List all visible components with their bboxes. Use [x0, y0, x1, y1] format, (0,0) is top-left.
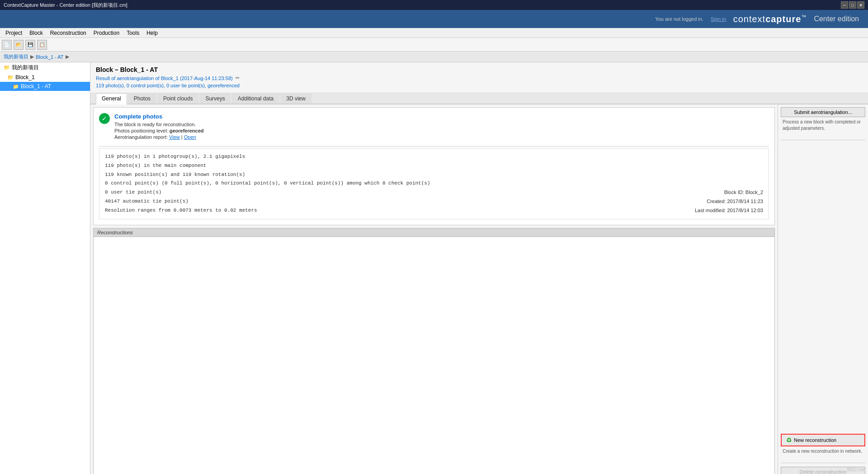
sidebar-block1-at-label: Block_1 - AT [21, 83, 51, 90]
toolbar-save-button[interactable]: 💾 [25, 40, 35, 50]
breadcrumb-block[interactable]: Block_1 - AT [36, 54, 64, 60]
sidebar-project-label: 我的新项目 [12, 64, 39, 71]
login-link[interactable]: Sign in [711, 16, 726, 22]
submit-at-section: Submit aerotriangulation... Process a ne… [781, 107, 865, 133]
status-text: Complete photos The block is ready for r… [114, 113, 204, 141]
block-subtitle: Result of aerotriangulation of Block_1 (… [96, 75, 863, 81]
created-label: Created: [707, 199, 726, 204]
new-recon-label: New reconstruction [794, 437, 836, 443]
breadcrumb-bar: 我的新项目 ▶ Block_1 - AT ▶ [0, 52, 868, 62]
new-recon-button[interactable]: ♻ New reconstruction [782, 435, 864, 446]
block-id: Block ID: Block_2 [695, 188, 763, 197]
block-id-value: Block_2 [745, 190, 763, 195]
divider3 [781, 463, 865, 463]
spacer [781, 144, 865, 432]
submit-at-description: Process a new block with completed or ad… [781, 118, 865, 133]
main-panel: ✓ Complete photos The block is ready for… [90, 104, 868, 474]
brand-part1: context [733, 14, 765, 24]
brand-tm: ™ [801, 14, 807, 19]
sidebar-item-block1-at[interactable]: 📁 Block_1 - AT [0, 82, 90, 91]
block-title: Block – Block_1 - AT [96, 66, 863, 73]
tab-3d-view[interactable]: 3D view [280, 93, 311, 104]
edit-icon[interactable]: ✏ [236, 75, 240, 81]
block1-icon: 📁 [7, 75, 14, 81]
stat-line4: 0 control point(s) (0 full point(s), 0 h… [105, 179, 763, 188]
submit-at-button[interactable]: Submit aerotriangulation... [781, 107, 865, 117]
last-modified-label: Last modified: [695, 208, 726, 213]
tab-point-clouds[interactable]: Point clouds [157, 93, 198, 104]
menu-bar: Project Block Reconstruction Production … [0, 28, 868, 38]
recycle-icon: ♻ [786, 436, 792, 444]
sidebar-block1-label: Block_1 [15, 74, 35, 81]
breadcrumb-home[interactable]: 我的新项目 [4, 53, 28, 60]
tabs-bar: General Photos Point clouds Surveys Addi… [90, 93, 868, 104]
minimize-button[interactable]: ─ [841, 1, 848, 9]
toolbar-extra-button[interactable]: 📋 [37, 40, 47, 50]
brand-part2: capture [765, 14, 801, 24]
complete-check-icon: ✓ [99, 113, 110, 124]
status-section: ✓ Complete photos The block is ready for… [99, 113, 769, 144]
close-button[interactable]: ✕ [857, 1, 864, 9]
reconstructions-header: Reconstructions [93, 228, 775, 237]
breadcrumb-sep2: ▶ [66, 54, 69, 60]
menu-block[interactable]: Block [26, 29, 46, 37]
tab-general[interactable]: General [96, 93, 127, 104]
edition-label: Center edition [814, 15, 859, 23]
sep: | [180, 134, 184, 140]
open-link[interactable]: Open [184, 134, 196, 140]
tab-additional-data[interactable]: Additional data [232, 93, 279, 104]
toolbar-open-button[interactable]: 📂 [14, 40, 24, 50]
stat-line6: 40147 automatic tie point(s) [105, 197, 763, 206]
tab-surveys[interactable]: Surveys [199, 93, 231, 104]
maximize-button[interactable]: □ [849, 1, 856, 9]
menu-reconstruction[interactable]: Reconstruction [47, 29, 90, 37]
sidebar-item-block1[interactable]: 📁 Block_1 [0, 73, 90, 82]
stat-line2: 119 photo(s) in the main component [105, 161, 763, 171]
status-line3: Aerotriangulation report: View | Open [114, 134, 204, 140]
login-notice: You are not logged in. [655, 16, 703, 22]
breadcrumb-sep1: ▶ [30, 54, 34, 60]
brand-name: contextcapture™ [733, 14, 807, 24]
brand-bar: You are not logged in. Sign in contextca… [0, 10, 868, 28]
stat-line1: 119 photo(s) in 1 photogroup(s), 2.1 gig… [105, 152, 763, 161]
stat-line5: 0 user tie point(s) [105, 188, 763, 197]
stat-line7: Resolution ranges from 0.0073 meters to … [105, 206, 763, 215]
block1-at-icon: 📁 [13, 84, 19, 90]
menu-project[interactable]: Project [2, 29, 26, 37]
content-area: Block – Block_1 - AT Result of aerotrian… [90, 62, 868, 474]
view-link[interactable]: View [169, 134, 180, 140]
status-title: Complete photos [114, 113, 204, 120]
stat-line3: 119 known position(s) and 119 known rota… [105, 171, 763, 180]
title-bar: ContextCapture Master - Center edition [… [0, 0, 868, 10]
status-stats-box: ✓ Complete photos The block is ready for… [93, 107, 775, 225]
block-id-label: Block ID: [724, 190, 744, 195]
stats-box: 119 photo(s) in 1 photogroup(s), 2.1 gig… [99, 148, 769, 219]
divider1 [99, 146, 769, 147]
divider2 [781, 140, 865, 140]
main-layout: 📁 我的新项目 📁 Block_1 📁 Block_1 - AT Block –… [0, 62, 868, 474]
at-report-prefix: Aerotriangulation report: [114, 134, 169, 140]
created-value: 2017/8/14 11:23 [727, 199, 763, 204]
menu-tools[interactable]: Tools [123, 29, 143, 37]
toolbar-new-button[interactable]: 📄 [2, 40, 12, 50]
sidebar-item-project[interactable]: 📁 我的新项目 [0, 62, 90, 73]
menu-production[interactable]: Production [90, 29, 123, 37]
toolbar: 📄 📂 💾 📋 [0, 38, 868, 52]
window-title: ContextCapture Master - Center edition [… [4, 2, 127, 9]
tab-photos[interactable]: Photos [128, 93, 156, 104]
right-sidebar: Submit aerotriangulation... Process a ne… [778, 104, 868, 474]
status-line2: Photos positioning level: georeferenced [114, 128, 204, 133]
block-last-modified: Last modified: 2017/8/14 12:03 [695, 206, 763, 215]
block-header: Block – Block_1 - AT Result of aerotrian… [90, 62, 868, 93]
photos-pos-prefix: Photos positioning level: [114, 128, 170, 133]
new-recon-button-wrapper: ♻ New reconstruction [781, 434, 865, 446]
block-subtitle-text: Result of aerotriangulation of Block_1 (… [96, 76, 233, 81]
reconstructions-section: Reconstructions [93, 228, 775, 474]
menu-help[interactable]: Help [143, 29, 161, 37]
block-info: 119 photo(s), 0 control point(s), 0 user… [96, 83, 863, 88]
block-created: Created: 2017/8/14 11:23 [695, 197, 763, 206]
sidebar: 📁 我的新项目 📁 Block_1 📁 Block_1 - AT [0, 62, 90, 474]
upper-content-area: ✓ Complete photos The block is ready for… [90, 104, 778, 474]
window-controls: ─ □ ✕ [841, 1, 864, 9]
status-line1: The block is ready for reconstruction. [114, 122, 204, 127]
